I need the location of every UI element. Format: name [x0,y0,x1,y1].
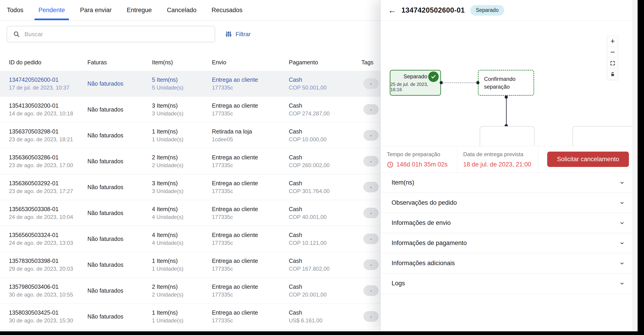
accordion-section[interactable]: Informações de envio [381,213,638,233]
order-id-link[interactable]: 1358030503425-01 [9,310,88,315]
workflow-diagram[interactable]: Separado 25 de jul. de 2023, 16:16 Confi… [381,21,638,146]
panel-scrollbar-track[interactable] [632,0,638,331]
order-id-link[interactable]: 1357830503398-01 [9,258,88,264]
filter-button[interactable]: Filtrar [225,26,250,42]
cell-tags: - [361,259,380,270]
shipping-code: 177335c [212,318,289,323]
unlock-icon [610,72,616,77]
orders-app: Todos Pendente Para enviar Entregue Canc… [0,0,644,335]
order-id-link[interactable]: 1356360503286-01 [9,155,88,160]
units-count: 2 Unidade(s) [152,163,212,168]
cell-tags: - [361,78,380,89]
order-row[interactable]: 1356360503286-01 23 de ago. de 2023, 17:… [0,148,380,174]
zoom-out-button[interactable]: − [608,47,618,58]
status-tab[interactable]: Cancelado [167,0,196,20]
units-count: 3 Unidade(s) [152,188,212,194]
check-circle-icon [428,72,439,82]
request-cancellation-button[interactable]: Solicitar cancelamento [547,152,629,167]
edge-handle-dot [440,81,443,84]
cell-items: 2 Item(ns) 2 Unidade(s) [152,284,212,297]
accordion-title: Informações de envio [392,219,619,226]
order-id-link[interactable]: 1357980503406-01 [9,284,88,290]
order-row[interactable]: 1357830503398-01 29 de ago. de 2023, 20:… [0,252,380,278]
status-tab[interactable]: Entregue [127,0,152,20]
search-box[interactable] [7,26,215,42]
payment-amount: COP 10.121,00 [289,240,361,246]
node-label: Separado [404,73,427,80]
column-header: Pagamento [289,59,361,66]
cell-items: 2 Item(ns) 2 Unidade(s) [152,155,212,168]
chevron-down-icon [619,220,625,226]
order-row[interactable]: 1354130503200-01 14 de ago. de 2023, 10:… [0,97,380,123]
workflow-node-separado[interactable]: Separado 25 de jul. de 2023, 16:16 [390,70,441,96]
payment-amount: US$ 6.161,00 [289,318,361,323]
order-id-link[interactable]: 1347420502600-01 [9,77,88,83]
cell-order-id: 1356360503286-01 23 de ago. de 2023, 17:… [9,155,88,168]
items-count: 2 Item(ns) [152,284,212,290]
payment-amount: COP 274.287,00 [289,111,361,116]
cell-tags: - [361,311,380,322]
cell-invoices: Não faturados [88,133,152,138]
cell-invoices: Não faturados [88,184,152,190]
workflow-node-confirmando[interactable]: Confirmando separação [478,70,534,96]
invoice-status: Não faturados [88,210,152,216]
orders-list-pane: Todos Pendente Para enviar Entregue Canc… [0,0,380,331]
shipping-code: 177335c [212,240,289,246]
detail-accordions: Item(ns) Observações do pedido Informaçõ… [381,173,638,293]
tags-pill: - [364,208,378,218]
order-row[interactable]: 1356530503308-01 24 de ago. de 2023, 10:… [0,200,380,226]
search-input[interactable] [24,26,215,42]
order-id-link[interactable]: 1354130503200-01 [9,103,88,109]
items-count: 1 Item(ns) [152,310,212,315]
cell-tags: - [361,234,380,244]
shipping-code: 177335c [212,292,289,297]
order-date: 30 de ago. de 2023, 10:55 [9,292,88,297]
cell-items: 1 Item(ns) 1 Unidade(s) [152,129,212,142]
status-tab[interactable]: Todos [7,0,23,20]
payment-amount: COP 167.802,00 [289,266,361,271]
accordion-section[interactable]: Informações de pagamento [381,233,638,253]
fit-view-button[interactable] [608,58,618,69]
tags-pill: - [364,311,378,322]
status-tab[interactable]: Pendente [38,0,65,20]
order-row[interactable]: 1357980503406-01 30 de ago. de 2023, 10:… [0,278,380,304]
cancel-button-area: Solicitar cancelamento [538,146,638,172]
shipping-method: Entrega ao cliente [212,310,289,315]
order-row[interactable]: 1347420502600-01 17 de jul. de 2023, 10:… [0,71,380,97]
tags-pill: - [364,130,378,141]
cell-order-id: 1356360503292-01 23 de ago. de 2023, 17:… [9,180,88,194]
order-row[interactable]: 1356560503324-01 24 de ago. de 2023, 13:… [0,226,380,252]
order-id-link[interactable]: 1356360503292-01 [9,180,88,186]
cell-shipping: Entrega ao cliente 177335c [212,180,289,194]
order-row[interactable]: 1358030503425-01 30 de ago. de 2023, 15:… [0,304,380,329]
lock-toggle-button[interactable] [608,69,618,80]
accordion-section[interactable]: Observações do pedido [381,193,638,213]
accordion-section[interactable]: Informações adicionais [381,253,638,273]
status-tab[interactable]: Para enviar [80,0,112,20]
order-id-link[interactable]: 1356370503298-01 [9,129,88,134]
status-tabs: Todos Pendente Para enviar Entregue Canc… [0,0,380,21]
order-row[interactable]: 1356360503292-01 23 de ago. de 2023, 17:… [0,174,380,200]
payment-amount: COP 301.764,00 [289,188,361,194]
invoice-status: Não faturados [88,262,152,268]
back-button[interactable]: ← [388,6,396,15]
node-date: 25 de jul. de 2023, 16:16 [390,82,440,92]
cell-invoices: Não faturados [88,81,152,87]
accordion-title: Informações adicionais [392,260,619,267]
order-row[interactable]: 1356370503298-01 23 de ago. de 2023, 18:… [0,123,380,148]
zoom-in-button[interactable]: + [608,36,618,47]
tags-pill: - [364,182,378,192]
cell-order-id: 1358030503425-01 30 de ago. de 2023, 15:… [9,310,88,323]
accordion-section[interactable]: Logs [381,273,638,293]
workflow-node-future[interactable] [480,126,534,146]
tags-pill: - [364,285,378,296]
shipping-method: Entrega ao cliente [212,206,289,212]
workflow-node-future[interactable] [572,126,638,146]
order-id-link[interactable]: 1356560503324-01 [9,232,88,238]
status-tab[interactable]: Recusados [212,0,242,20]
order-id-link[interactable]: 1356530503308-01 [9,206,88,212]
invoice-status: Não faturados [88,288,152,293]
column-header: Tags [361,59,380,66]
cell-items: 5 Item(ns) 5 Unidade(s) [152,77,212,91]
accordion-section[interactable]: Item(ns) [381,173,638,193]
